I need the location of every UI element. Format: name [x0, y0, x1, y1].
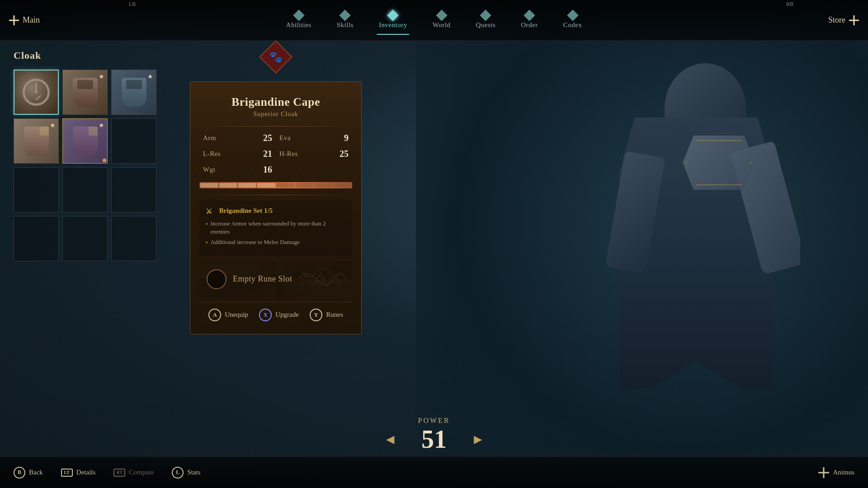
main-nav-button[interactable]: Main — [9, 15, 40, 25]
card-emblem-icon: 🐾 — [269, 51, 283, 63]
main-nav-label: Main — [23, 15, 40, 25]
animus-button[interactable]: Animus — [818, 467, 854, 478]
section-title: Cloak — [14, 50, 176, 61]
upgrade-button[interactable]: X Upgrade — [259, 309, 299, 321]
star-icon-3: ★ — [147, 73, 153, 80]
weight-bar — [199, 182, 352, 188]
nav-world[interactable]: World — [420, 8, 463, 33]
animus-label: Animus — [833, 469, 854, 476]
rb-label: RB — [786, 1, 793, 8]
item-card-subtitle: Superior Cloak — [199, 111, 352, 118]
runes-button[interactable]: Y Runes — [310, 309, 343, 321]
store-nav-label: Store — [828, 15, 845, 25]
runes-btn-icon: Y — [310, 309, 322, 321]
unequip-label: Unequip — [225, 311, 248, 319]
rune-slot-label: Empty Rune Slot — [233, 274, 292, 284]
nav-center: LB Abilities Skills Inventory World Ques… — [40, 8, 828, 33]
item-slot-3[interactable]: ★ — [111, 70, 156, 115]
item-slot-11[interactable] — [62, 216, 108, 261]
upgrade-btn-label: X — [264, 311, 268, 319]
item-slot-10[interactable] — [14, 216, 59, 261]
back-btn-icon: B — [14, 467, 25, 479]
main-cross-icon — [9, 15, 19, 25]
compare-button[interactable]: RT Compare — [113, 469, 154, 477]
card-emblem-diamond: 🐾 — [259, 40, 292, 74]
lb-label: LB — [129, 1, 136, 8]
set-bonus-text-2: Additional increase to Melee Damage — [211, 238, 300, 246]
back-btn-label: B — [18, 469, 21, 476]
nav-order-label: Order — [521, 21, 538, 29]
skills-diamond-icon — [340, 9, 351, 21]
nav-quests[interactable]: Quests — [463, 8, 508, 33]
stat-hres-label: H-Res — [279, 150, 298, 158]
action-buttons: A Unequip X Upgrade Y Runes — [199, 302, 352, 325]
back-button[interactable]: B Back — [14, 467, 43, 479]
stat-arm: Arm 25 — [199, 132, 276, 144]
stat-lres-value: 21 — [263, 149, 272, 159]
item-slot-12[interactable] — [111, 216, 156, 261]
nav-inventory[interactable]: Inventory — [366, 8, 420, 33]
gold-marker — [103, 159, 106, 162]
power-section: POWER ◀ 51 ▶ — [0, 417, 868, 452]
details-btn-label: LT — [64, 470, 70, 475]
order-diamond-icon — [524, 9, 535, 21]
stats-button[interactable]: L Stats — [172, 467, 200, 479]
item-slot-5[interactable]: ★ — [62, 118, 108, 164]
unequip-button[interactable]: A Unequip — [208, 309, 248, 321]
stats-grid: Arm 25 Eva 9 L-Res 21 H-Res 25 Wgt 16 — [199, 132, 352, 176]
stat-eva: Eva 9 — [276, 132, 352, 144]
item-card-title: Brigandine Cape — [199, 95, 352, 109]
item-slot-2[interactable]: ★ — [62, 70, 108, 115]
stats-label: Stats — [187, 469, 200, 476]
power-arrow-left[interactable]: ◀ — [386, 433, 394, 446]
item-slot-8[interactable] — [62, 167, 108, 212]
inventory-diamond-icon — [387, 9, 399, 21]
codex-diamond-icon — [567, 9, 578, 21]
seg-5 — [277, 183, 294, 188]
nav-order[interactable]: Order — [508, 8, 550, 33]
item-thumb-1 — [14, 70, 58, 114]
rune-circle-icon — [207, 269, 226, 289]
set-emblem-icon — [206, 207, 215, 216]
store-nav-button[interactable]: Store — [828, 15, 859, 25]
nav-skills[interactable]: Skills — [324, 8, 366, 33]
unequip-btn-icon: A — [208, 309, 221, 321]
item-slot-1[interactable] — [14, 70, 59, 115]
stats-btn-icon: L — [172, 467, 184, 479]
quests-diamond-icon — [480, 9, 491, 21]
power-arrow-right[interactable]: ▶ — [474, 433, 482, 446]
nav-codex[interactable]: Codex — [551, 8, 595, 33]
nav-world-label: World — [433, 21, 451, 29]
nav-quests-label: Quests — [476, 21, 495, 29]
set-bonus-item-1: • Increase Armor when surrounded by more… — [206, 220, 346, 236]
item-slot-6[interactable] — [111, 118, 156, 164]
weight-bar-container — [199, 182, 352, 188]
nav-inventory-label: Inventory — [379, 21, 407, 29]
bullet-1: • — [206, 220, 208, 228]
stats-btn-label: L — [176, 469, 179, 476]
power-value: 51 — [421, 427, 447, 452]
details-button[interactable]: LT Details — [61, 469, 96, 477]
nav-abilities[interactable]: Abilities — [274, 8, 324, 33]
abilities-diamond-icon — [293, 9, 304, 21]
stat-lres-label: L-Res — [203, 150, 221, 158]
item-slot-9[interactable] — [111, 167, 156, 212]
seg-1 — [200, 183, 218, 188]
nav-codex-label: Codex — [563, 21, 582, 29]
upgrade-label: Upgrade — [275, 311, 299, 319]
card-header-icon-area: 🐾 — [190, 45, 362, 68]
bullet-2: • — [206, 239, 208, 247]
item-slot-7[interactable] — [14, 167, 59, 212]
item-slot-4[interactable]: ★ — [14, 118, 59, 164]
set-bonus-section: Brigandine Set 1/5 • Increase Armor when… — [199, 201, 352, 256]
set-bonus-title: Brigandine Set 1/5 — [206, 207, 346, 216]
stat-hres: H-Res 25 — [276, 148, 352, 160]
top-navigation: Main LB Abilities Skills Inventory World… — [0, 0, 868, 41]
compare-label: Compare — [129, 469, 154, 476]
compare-btn-label: RT — [117, 470, 123, 475]
set-bonus-item-2: • Additional increase to Melee Damage — [206, 238, 346, 247]
rune-slot[interactable]: Empty Rune Slot — [199, 261, 352, 297]
stat-wgt-label: Wgt — [203, 166, 215, 174]
bottom-navigation: B Back LT Details RT Compare L Stats Ani… — [0, 456, 868, 488]
upgrade-btn-icon: X — [259, 309, 272, 321]
